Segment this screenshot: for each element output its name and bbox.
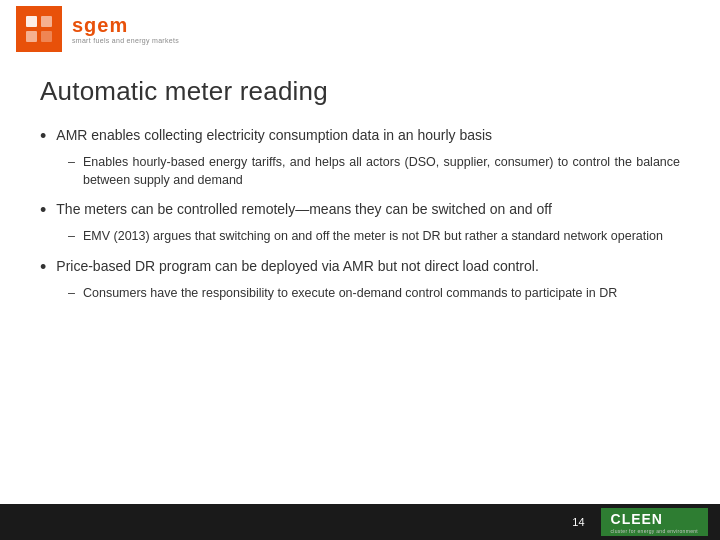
sub-text-3-1: Consumers have the responsibility to exe…	[83, 284, 680, 302]
bullet-main-text-2: The meters can be controlled remotely—me…	[56, 199, 680, 219]
logo-icon	[24, 14, 54, 44]
svg-rect-1	[41, 16, 52, 27]
sub-bullet-3-1: – Consumers have the responsibility to e…	[40, 284, 680, 302]
sub-text-1-1: Enables hourly-based energy tariffs, and…	[83, 153, 680, 189]
bullet-main-2: • The meters can be controlled remotely—…	[40, 199, 680, 223]
sub-bullet-1-1: – Enables hourly-based energy tariffs, a…	[40, 153, 680, 189]
cleen-logo: CLEEN cluster for energy and environment	[601, 508, 708, 536]
logo-subtitle-text: smart fuels and energy markets	[72, 37, 179, 44]
bullet-section-3: • Price-based DR program can be deployed…	[40, 256, 680, 302]
sub-dash-3-1: –	[68, 284, 75, 302]
bullet-section-1: • AMR enables collecting electricity con…	[40, 125, 680, 189]
sub-dash-1-1: –	[68, 153, 75, 171]
bullet-dot-3: •	[40, 254, 46, 280]
sub-text-2-1: EMV (2013) argues that switching on and …	[83, 227, 680, 245]
bullet-section-2: • The meters can be controlled remotely—…	[40, 199, 680, 245]
slide-content: Automatic meter reading • AMR enables co…	[0, 58, 720, 322]
cleen-logo-content: CLEEN cluster for energy and environment	[611, 510, 698, 534]
logo-text: sgem smart fuels and energy markets	[62, 15, 179, 44]
bullet-main-1: • AMR enables collecting electricity con…	[40, 125, 680, 149]
logo: sgem smart fuels and energy markets	[16, 6, 179, 52]
bullet-main-text-3: Price-based DR program can be deployed v…	[56, 256, 680, 276]
footer: 14 CLEEN cluster for energy and environm…	[0, 504, 720, 540]
sub-bullet-2-1: – EMV (2013) argues that switching on an…	[40, 227, 680, 245]
bullet-main-3: • Price-based DR program can be deployed…	[40, 256, 680, 280]
logo-sgem-text: sgem	[72, 15, 179, 35]
bullet-dot-1: •	[40, 123, 46, 149]
logo-icon-block	[16, 6, 62, 52]
svg-rect-0	[26, 16, 37, 27]
sub-dash-2-1: –	[68, 227, 75, 245]
slide-title: Automatic meter reading	[40, 76, 680, 107]
cleen-sub-label: cluster for energy and environment	[611, 528, 698, 534]
page-number: 14	[572, 516, 584, 528]
bullet-dot-2: •	[40, 197, 46, 223]
cleen-label: CLEEN	[611, 511, 663, 527]
svg-rect-3	[41, 31, 52, 42]
bullet-main-text-1: AMR enables collecting electricity consu…	[56, 125, 680, 145]
header: sgem smart fuels and energy markets	[0, 0, 720, 58]
svg-rect-2	[26, 31, 37, 42]
